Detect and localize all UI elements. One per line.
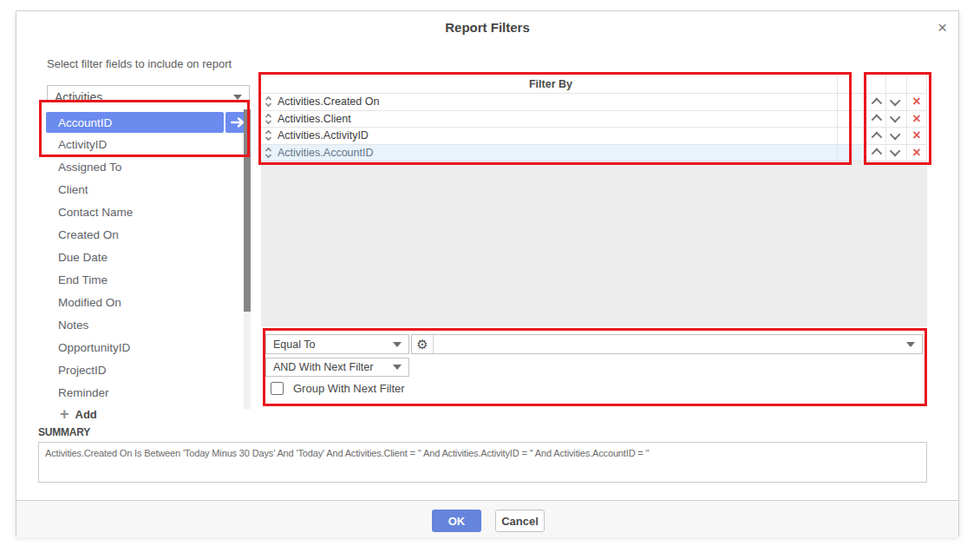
field-item-label: ActivityID <box>58 138 107 151</box>
field-item-label: AccountID <box>58 116 112 129</box>
logic-dropdown[interactable]: AND With Next Filter <box>265 358 409 377</box>
gear-icon[interactable]: ⚙ <box>412 335 434 353</box>
field-item-label: Contact Name <box>58 206 133 219</box>
move-up-button[interactable] <box>866 111 886 128</box>
field-list: AccountID ActivityID Assigned To Client … <box>46 102 252 424</box>
remove-filter-button[interactable]: × <box>907 128 927 145</box>
move-down-button[interactable] <box>886 145 907 162</box>
page: Report Filters × Select filter fields to… <box>0 0 980 559</box>
field-item-label: Notes <box>58 319 88 332</box>
field-item-label: OpportunityID <box>58 341 130 354</box>
field-list-item[interactable]: End Time <box>46 268 252 291</box>
summary-label: SUMMARY <box>38 426 90 438</box>
chevron-down-icon <box>890 112 901 123</box>
drag-handle-icon[interactable] <box>265 113 272 125</box>
remove-icon: × <box>912 146 920 160</box>
filter-row[interactable]: Activities.AccountID × <box>261 145 927 162</box>
filter-row-label: Activities.ActivityID <box>278 129 369 141</box>
chevron-up-icon <box>872 115 883 126</box>
add-field-button[interactable]: + Add <box>46 404 252 424</box>
ok-button[interactable]: OK <box>432 510 481 532</box>
logic-value: AND With Next Filter <box>273 361 373 373</box>
summary-text: Activities.Created On Is Between 'Today … <box>45 448 649 458</box>
remove-icon: × <box>912 95 920 109</box>
chevron-up-icon <box>872 148 883 160</box>
field-item-label: Assigned To <box>58 161 121 174</box>
filter-row-spacer <box>838 111 866 128</box>
field-item-label: End Time <box>58 273 108 286</box>
field-item-label: Client <box>58 183 88 196</box>
arrow-right-icon <box>231 117 245 128</box>
field-list-item[interactable]: Due Date <box>46 246 252 268</box>
remove-filter-button[interactable]: × <box>907 145 927 162</box>
field-list-item[interactable]: OpportunityID <box>46 336 252 358</box>
field-list-item[interactable]: Notes <box>46 313 252 336</box>
field-list-item[interactable]: Client <box>46 178 252 201</box>
grid-header-down <box>886 75 907 94</box>
field-item-label: Created On <box>58 228 119 241</box>
remove-filter-button[interactable]: × <box>907 94 927 111</box>
drag-handle-icon[interactable] <box>265 147 272 159</box>
move-down-button[interactable] <box>886 128 907 145</box>
plus-icon: + <box>60 406 69 422</box>
field-item-label: ProjectID <box>58 364 107 377</box>
grid-header-row: Filter By <box>261 75 927 94</box>
grid-header-up <box>866 75 886 94</box>
add-button-label: Add <box>75 408 97 421</box>
move-up-button[interactable] <box>866 145 886 162</box>
cancel-button[interactable]: Cancel <box>495 510 545 532</box>
filter-row-spacer <box>838 128 866 145</box>
dialog-footer: OK Cancel <box>16 500 958 537</box>
instruction-label: Select filter fields to include on repor… <box>47 57 232 70</box>
filter-row-label: Activities.AccountID <box>278 147 373 159</box>
move-up-button[interactable] <box>866 128 886 145</box>
dialog-title: Report Filters <box>16 20 958 35</box>
field-item-label: Due Date <box>58 251 108 264</box>
group-checkbox-label: Group With Next Filter <box>293 382 405 395</box>
filter-by-grid: Filter By Activities.Created On × Act <box>261 75 927 326</box>
report-filters-dialog: Report Filters × Select filter fields to… <box>16 10 959 536</box>
drag-handle-icon[interactable] <box>265 95 272 108</box>
field-list-item[interactable]: Assigned To <box>46 155 252 178</box>
filter-row-spacer <box>838 145 866 162</box>
field-list-item[interactable]: Created On <box>46 223 252 246</box>
grid-header-spacer <box>838 75 866 94</box>
chevron-down-icon <box>890 128 901 140</box>
field-item-selected[interactable]: AccountID <box>46 112 224 133</box>
field-list-item[interactable]: Modified On <box>46 291 252 313</box>
operator-dropdown[interactable]: Equal To <box>265 334 409 354</box>
field-list-item[interactable]: ActivityID <box>46 133 252 155</box>
filter-row[interactable]: Activities.Created On × <box>261 94 927 111</box>
close-icon[interactable]: × <box>938 19 947 36</box>
chevron-down-icon <box>890 146 901 157</box>
filter-value-dropdown[interactable]: ⚙ <box>411 334 923 354</box>
move-down-button[interactable] <box>886 94 907 111</box>
field-item-label: Reminder <box>58 386 109 399</box>
field-list-item[interactable]: ProjectID <box>46 358 252 381</box>
chevron-up-icon <box>872 97 883 109</box>
chevron-up-icon <box>872 131 883 142</box>
filter-row-label: Activities.Created On <box>278 95 379 108</box>
grid-header-remove <box>907 75 927 94</box>
scrollbar-thumb[interactable] <box>244 109 251 312</box>
chevron-down-icon <box>393 365 402 370</box>
filter-grid-rows: Activities.Created On × Activities.Clien… <box>261 94 927 161</box>
summary-box: Activities.Created On Is Between 'Today … <box>38 442 927 483</box>
filter-row-spacer <box>838 94 866 111</box>
field-list-spacer <box>46 102 252 112</box>
chevron-down-icon <box>233 95 242 100</box>
chevron-down-icon <box>890 95 901 106</box>
group-with-next-filter-checkbox[interactable] <box>271 382 284 395</box>
drag-handle-icon[interactable] <box>265 129 272 141</box>
field-list-item[interactable]: Contact Name <box>46 201 252 223</box>
filter-by-header: Filter By <box>261 75 838 94</box>
remove-icon: × <box>912 112 920 126</box>
move-down-button[interactable] <box>886 111 907 128</box>
field-list-item[interactable]: Reminder <box>46 381 252 404</box>
field-list-scrollbar[interactable] <box>244 109 251 409</box>
remove-icon: × <box>912 128 920 142</box>
remove-filter-button[interactable]: × <box>907 111 927 128</box>
filter-row[interactable]: Activities.Client × <box>261 111 927 128</box>
move-up-button[interactable] <box>866 94 886 111</box>
filter-row[interactable]: Activities.ActivityID × <box>261 128 927 145</box>
